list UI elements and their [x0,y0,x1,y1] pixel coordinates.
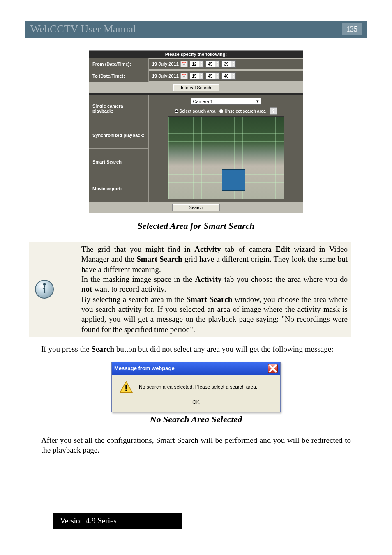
preview-object [222,169,245,191]
to-row: To (Date/Time): 19 July 2011 📅 15▲▼ 45▲▼… [89,70,303,82]
close-icon[interactable] [268,364,278,373]
camera-select-value: Camera 1 [193,99,213,104]
radio-icon [219,109,223,113]
sidebar-labels: Single camera playback: Synchronized pla… [89,95,149,202]
from-value: 19 July 2011 📅 12▲▼ 45▲▼ 39▲▼ [149,59,303,69]
from-sec-spin[interactable]: 39▲▼ [221,60,236,68]
from-min-spin[interactable]: 45▲▼ [205,60,220,68]
radio-select-area[interactable]: Select search area [175,109,216,113]
to-sec-spin[interactable]: 46▲▼ [221,72,236,80]
header-title: WebCCTV User Manual [30,23,136,35]
panel-title: Please specify the following: [89,51,303,58]
calendar-icon[interactable]: 📅 [180,61,188,67]
single-camera-label: Single camera playback: [89,95,148,122]
search-button[interactable]: Search [172,204,220,211]
search-button-row: Search [89,202,303,213]
to-label: To (Date/Time): [89,70,149,82]
search-area-radios: Select search area Unselect search area … [152,107,300,115]
chevron-down-icon: ▾ [256,99,259,104]
help-button[interactable]: ? [270,107,277,115]
from-hour-spin[interactable]: 12▲▼ [189,60,204,68]
page-header: WebCCTV User Manual 135 [25,21,367,38]
synchronized-label: Synchronized playback: [89,122,148,149]
to-hour-spin[interactable]: 15▲▼ [189,72,204,80]
interval-search-row: Interval Search [89,82,303,93]
paragraph-3: After you set all the configurations, Sm… [41,435,351,456]
calendar-icon[interactable]: 📅 [180,73,188,79]
info-icon [35,280,54,299]
from-label: From (Date/Time): [89,58,149,70]
warning-icon [119,381,133,393]
svg-rect-4 [125,389,127,391]
preview-area: Camera 1 ▾ Select search area Unselect s… [149,95,303,202]
info-callout: The grid that you might find in Activity… [29,242,351,337]
page: WebCCTV User Manual 135 Please specify t… [0,21,392,529]
search-config-panel: Please specify the following: From (Date… [89,50,303,213]
from-date-text: 19 July 2011 [152,62,179,67]
playback-section: Single camera playback: Synchronized pla… [89,95,303,202]
to-value: 19 July 2011 📅 15▲▼ 45▲▼ 46▲▼ [149,71,303,81]
info-text: The grid that you might find in Activity… [57,244,348,334]
radio-icon [175,109,178,113]
figure-caption-1: Selected Area for Smart Search [41,221,351,231]
camera-preview[interactable] [168,116,284,199]
ok-button[interactable]: OK [180,398,212,406]
page-number: 135 [342,23,362,35]
from-row: From (Date/Time): 19 July 2011 📅 12▲▼ 45… [89,58,303,70]
dialog-message: No search area selected. Please select a… [139,384,257,390]
interval-search-button[interactable]: Interval Search [173,84,219,91]
movie-export-label: Movie export: [89,175,148,202]
paragraph-2: If you press the Search button but did n… [41,344,351,355]
alert-dialog: Message from webpage No search area sele… [111,362,281,412]
to-min-spin[interactable]: 45▲▼ [205,72,220,80]
smart-search-label: Smart Search [89,149,148,175]
page-footer: Version 4.9 Series [53,513,182,529]
figure-caption-2: No Search Area Selected [41,414,351,425]
dialog-title: Message from webpage [114,365,175,371]
svg-rect-3 [125,385,127,389]
dialog-titlebar: Message from webpage [112,362,280,375]
radio-unselect-area[interactable]: Unselect search area [219,109,265,113]
camera-select[interactable]: Camera 1 ▾ [191,98,261,105]
to-date-text: 19 July 2011 [152,74,179,78]
